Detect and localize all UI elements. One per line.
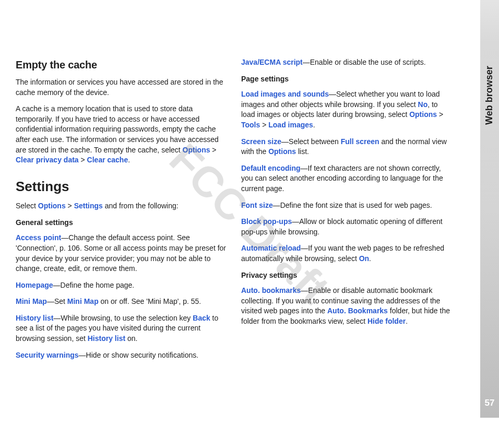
- heading-settings: Settings: [16, 177, 227, 196]
- term-mini-map: Mini Map: [16, 297, 47, 305]
- left-column: Empty the cache The information or servi…: [16, 57, 227, 367]
- text: —Define the font size that is used for w…: [273, 201, 432, 209]
- text: .: [406, 317, 408, 325]
- ui-settings: Settings: [74, 202, 103, 210]
- term-security-warnings: Security warnings: [16, 351, 79, 359]
- para-cache-clear: A cache is a memory location that is use…: [16, 104, 227, 166]
- text: —While browsing, to use the selection ke…: [53, 314, 193, 322]
- ui-full-screen: Full screen: [341, 137, 379, 146]
- ui-auto-bookmarks-folder: Auto. Bookmarks: [327, 306, 388, 315]
- ui-tools: Tools: [241, 121, 260, 129]
- text: .: [369, 254, 371, 263]
- term-access-point: Access point: [16, 233, 61, 242]
- text: Select: [16, 202, 38, 210]
- page-number: 57: [485, 397, 495, 409]
- term-screen-size: Screen size: [241, 137, 281, 146]
- para-cache-intro: The information or services you have acc…: [16, 77, 227, 98]
- subheading-privacy-settings: Privacy settings: [241, 270, 452, 281]
- term-java-ecma-script: Java/ECMA script: [241, 58, 303, 66]
- subheading-general: General settings: [16, 218, 227, 228]
- right-column: Java/ECMA script—Enable or disable the u…: [241, 57, 452, 367]
- heading-empty-cache: Empty the cache: [16, 57, 227, 72]
- text: >: [79, 156, 87, 164]
- setting-auto-bookmarks: Auto. bookmarks—Enable or disable automa…: [241, 286, 452, 326]
- setting-block-popups: Block pop-ups—Allow or block automatic o…: [241, 217, 452, 237]
- term-font-size: Font size: [241, 201, 273, 209]
- setting-automatic-reload: Automatic reload—If you want the web pag…: [241, 243, 452, 264]
- term-auto-bookmarks: Auto. bookmarks: [241, 286, 301, 294]
- setting-homepage: Homepage—Define the home page.: [16, 280, 227, 291]
- text: on.: [125, 334, 137, 343]
- text: —Hide or show security notifications.: [79, 351, 199, 359]
- text: >: [210, 146, 216, 154]
- ui-on: On: [359, 254, 369, 263]
- term-load-images-sounds: Load images and sounds: [241, 90, 329, 98]
- setting-access-point: Access point—Change the default access p…: [16, 233, 227, 274]
- setting-mini-map: Mini Map—Set Mini Map on or off. See 'Mi…: [16, 297, 227, 307]
- term-homepage: Homepage: [16, 281, 53, 289]
- text: and from the following:: [103, 202, 179, 210]
- ui-mini-map: Mini Map: [67, 297, 99, 305]
- setting-history-list: History list—While browsing, to use the …: [16, 313, 227, 344]
- term-history-list: History list: [16, 314, 53, 322]
- ui-hide-folder: Hide folder: [367, 317, 406, 325]
- ui-load-images: Load images: [268, 121, 313, 129]
- text: —Enable or disable the use of scripts.: [303, 58, 426, 66]
- setting-java-script: Java/ECMA script—Enable or disable the u…: [241, 57, 452, 68]
- section-label: Web browser: [483, 66, 496, 125]
- text: on or off. See 'Mini Map', p. 55.: [99, 297, 201, 305]
- setting-security-warnings: Security warnings—Hide or show security …: [16, 350, 227, 361]
- ui-clear-cache: Clear cache: [87, 156, 128, 164]
- text: .: [128, 156, 130, 164]
- setting-screen-size: Screen size—Select between Full screen a…: [241, 137, 452, 157]
- para-settings-intro: Select Options > Settings and from the f…: [16, 201, 227, 211]
- ui-options: Options: [183, 146, 210, 154]
- ui-back: Back: [193, 314, 210, 322]
- ui-options: Options: [268, 147, 296, 156]
- setting-font-size: Font size—Define the font size that is u…: [241, 201, 452, 211]
- ui-history-list: History list: [88, 334, 125, 343]
- setting-load-images: Load images and sounds—Select whether yo…: [241, 89, 452, 130]
- text: .: [313, 121, 315, 129]
- text: list.: [296, 147, 309, 156]
- side-tab: Web browser 57: [480, 0, 499, 418]
- setting-default-encoding: Default encoding—If text characters are …: [241, 163, 452, 194]
- page: FCC Draft Web browser 57 Empty the cache…: [0, 0, 499, 448]
- term-default-encoding: Default encoding: [241, 164, 301, 172]
- content: Empty the cache The information or servi…: [16, 10, 483, 367]
- ui-options: Options: [409, 110, 437, 119]
- ui-clear-privacy-data: Clear privacy data: [16, 156, 79, 164]
- text: —Define the home page.: [53, 281, 135, 289]
- term-block-popups: Block pop-ups: [241, 217, 292, 226]
- ui-no: No: [418, 100, 428, 109]
- ui-options: Options: [38, 202, 66, 210]
- text: >: [66, 202, 74, 210]
- subheading-page-settings: Page settings: [241, 74, 452, 85]
- text: >: [437, 110, 443, 119]
- text: —Select between: [281, 137, 341, 146]
- text: —Set: [47, 297, 67, 305]
- text: >: [260, 121, 268, 129]
- term-automatic-reload: Automatic reload: [241, 244, 301, 252]
